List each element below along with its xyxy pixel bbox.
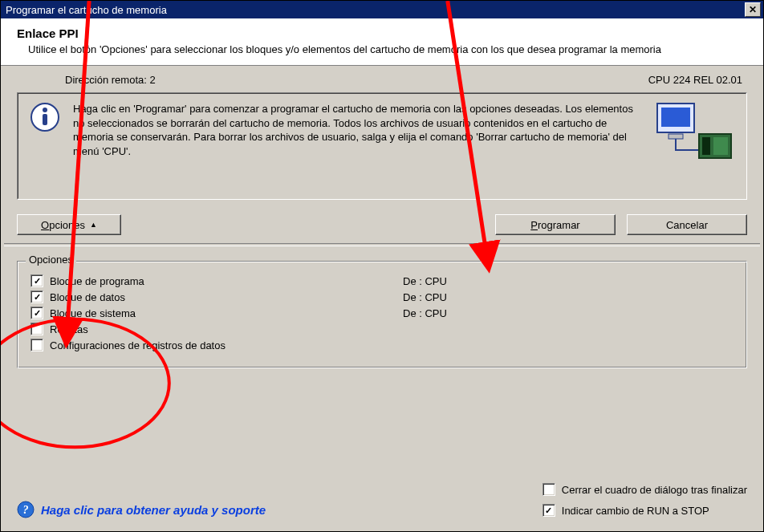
header-band: Enlace PPI Utilice el botón 'Opciones' p… [1,18,763,66]
header-title: Enlace PPI [17,26,750,40]
remote-address: Dirección remota: 2 [65,74,156,86]
options-groupbox: Opciones Bloque de programaDe : CPUBloqu… [17,261,747,368]
svg-rect-2 [43,114,47,125]
option-checkbox[interactable] [30,290,43,303]
help-icon: ? [17,501,35,518]
window-title: Programar el cartucho de memoria [6,4,167,16]
svg-rect-7 [702,137,710,155]
header-description: Utilice el botón 'Opciones' para selecci… [17,43,750,55]
option-checkbox[interactable] [30,307,43,319]
titlebar: Programar el cartucho de memoria ✕ [1,1,763,18]
help-text: Haga clic para obtener ayuda y soporte [41,503,266,517]
info-text: Haga clic en 'Programar' para comenzar a… [73,102,643,174]
option-checkbox[interactable] [30,274,43,287]
run-stop-checkbox[interactable] [543,504,555,517]
options-legend: Opciones [26,254,76,266]
help-link[interactable]: ? Haga clic para obtener ayuda y soporte [17,501,266,518]
close-after-checkbox[interactable] [543,483,555,496]
button-row: Opciones ▲ Programar Cancelar [1,200,763,243]
option-row: Bloque de sistemaDe : CPU [30,305,734,321]
footer-checks: Cerrar el cuadro de diálogo tras finaliz… [543,481,747,518]
option-source: De : CPU [403,307,447,319]
option-label: Bloque de sistema [50,307,403,319]
svg-rect-4 [661,108,690,127]
info-strip: Dirección remota: 2 CPU 224 REL 02.01 [1,66,763,92]
option-row: Configuraciones de registros de datos [30,337,734,353]
program-button[interactable]: Programar [495,214,616,235]
footer: ? Haga clic para obtener ayuda y soporte… [1,472,763,531]
option-row: Recetas [30,321,734,337]
info-icon [30,102,62,174]
info-panel: Haga clic en 'Programar' para comenzar a… [17,92,747,200]
svg-point-1 [43,108,47,112]
option-label: Recetas [50,323,403,335]
option-source: De : CPU [403,291,447,303]
close-after-label: Cerrar el cuadro de diálogo tras finaliz… [562,484,747,496]
svg-rect-5 [668,134,683,139]
svg-text:?: ? [23,504,29,516]
svg-rect-8 [713,137,728,155]
option-source: De : CPU [403,275,447,287]
option-checkbox[interactable] [30,323,43,335]
option-label: Configuraciones de registros de datos [50,339,403,351]
close-icon[interactable]: ✕ [745,2,761,17]
pc-to-plc-icon [654,102,734,174]
option-label: Bloque de programa [50,275,403,287]
dialog-window: Programar el cartucho de memoria ✕ Enlac… [0,0,764,532]
cancel-button[interactable]: Cancelar [627,214,747,235]
options-button[interactable]: Opciones ▲ [17,214,121,235]
chevron-up-icon: ▲ [90,221,97,229]
cpu-model: CPU 224 REL 02.01 [648,74,742,86]
run-stop-label: Indicar cambio de RUN a STOP [562,505,709,517]
divider [4,243,760,246]
option-label: Bloque de datos [50,291,403,303]
option-checkbox[interactable] [30,339,43,351]
option-row: Bloque de programaDe : CPU [30,273,734,289]
option-row: Bloque de datosDe : CPU [30,289,734,305]
